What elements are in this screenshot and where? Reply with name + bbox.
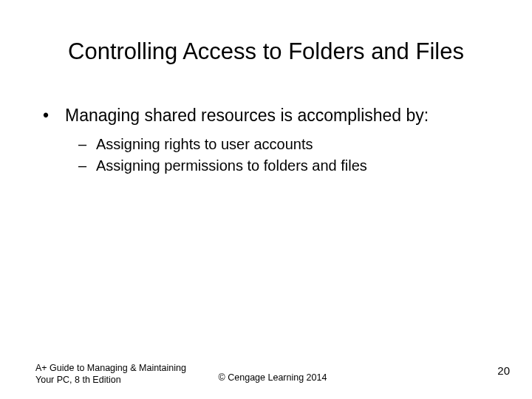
bullet-level2: – Assigning permissions to folders and f… [78, 156, 502, 176]
page-number: 20 [497, 364, 510, 377]
footer-copyright: © Cengage Learning 2014 [219, 372, 327, 383]
bullet-text: Assigning rights to user accounts [96, 134, 313, 154]
dash-marker: – [78, 156, 96, 176]
slide-footer: A+ Guide to Managing & Maintaining Your … [35, 356, 510, 386]
bullet-marker: • [41, 105, 65, 127]
bullet-level2: – Assigning rights to user accounts [78, 134, 502, 154]
bullet-text: Assigning permissions to folders and fil… [96, 156, 367, 176]
footer-line: A+ Guide to Managing & Maintaining [35, 363, 186, 373]
footer-line: Your PC, 8 th Edition [35, 375, 121, 385]
slide: Controlling Access to Folders and Files … [0, 0, 532, 399]
slide-title: Controlling Access to Folders and Files [0, 38, 532, 65]
bullet-text: Managing shared resources is accomplishe… [65, 105, 429, 127]
dash-marker: – [78, 134, 96, 154]
footer-book-title: A+ Guide to Managing & Maintaining Your … [35, 362, 228, 386]
slide-body: • Managing shared resources is accomplis… [41, 105, 502, 177]
bullet-level1: • Managing shared resources is accomplis… [41, 105, 502, 127]
